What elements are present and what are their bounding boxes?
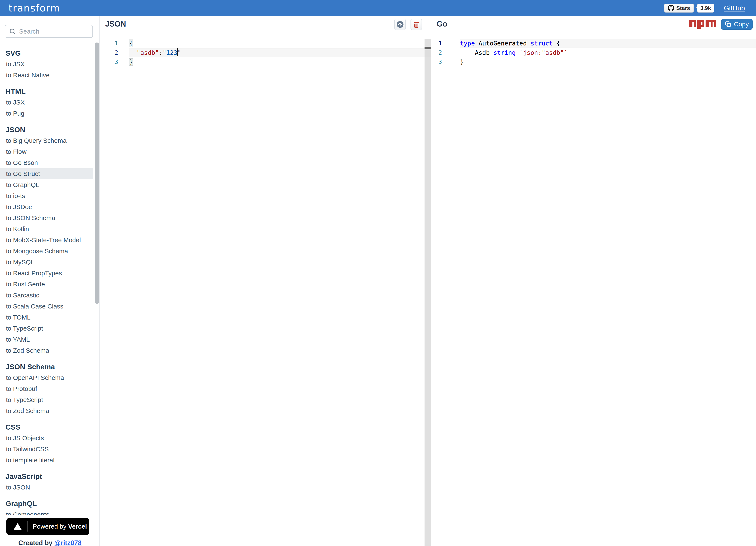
github-octocat-icon: [668, 5, 674, 11]
code-token: struct: [531, 40, 553, 47]
sidebar-item[interactable]: to Protobuf: [0, 383, 93, 394]
sidebar-item[interactable]: to React Native: [0, 70, 93, 81]
code-line: Asdb string `json:"asdb"`: [460, 48, 568, 57]
code-token: "123: [163, 49, 177, 56]
sidebar-section-title: HTML: [0, 86, 100, 97]
go-panel-header: Go Copy: [431, 16, 756, 32]
sidebar-item[interactable]: to JSX: [0, 59, 93, 70]
json-panel-header: JSON: [100, 16, 431, 32]
github-stars-button[interactable]: Stars: [664, 4, 694, 13]
sidebar-item[interactable]: to TailwindCSS: [0, 444, 93, 455]
sidebar-item[interactable]: to TOML: [0, 312, 93, 323]
sidebar-item[interactable]: to OpenAPI Schema: [0, 372, 93, 383]
line-number: 1: [431, 39, 442, 48]
json-input-panel: JSON 123 { "asdb":"123"}: [100, 16, 431, 546]
copy-icon: [725, 21, 731, 27]
code-token: [516, 49, 519, 56]
powered-by-label: Powered by Vercel: [33, 523, 87, 530]
line-number: 2: [100, 48, 118, 57]
search-input[interactable]: [19, 28, 87, 35]
npm-logo-icon[interactable]: [689, 20, 716, 29]
sidebar-item[interactable]: to Kotlin: [0, 223, 93, 235]
sidebar-section: GraphQLto Components: [0, 493, 100, 515]
code-token: `json:"asdb"`: [519, 49, 568, 56]
sidebar-item[interactable]: to template literal: [0, 455, 93, 466]
code-token: :: [159, 49, 163, 56]
sidebar: SVGto JSXto React NativeHTMLto JSXto Pug…: [0, 16, 100, 546]
sidebar-item[interactable]: to Mongoose Schema: [0, 246, 93, 257]
code-line[interactable]: }: [129, 57, 133, 67]
json-panel-title: JSON: [105, 20, 126, 28]
trash-icon: [413, 21, 420, 28]
sidebar-item[interactable]: to Zod Schema: [0, 345, 93, 356]
sidebar-section-title: JSON: [0, 124, 100, 135]
sidebar-item[interactable]: to JSDoc: [0, 201, 93, 212]
sidebar-section: JavaScriptto JSON: [0, 466, 100, 493]
sidebar-item[interactable]: to JSON: [0, 482, 93, 493]
upload-button[interactable]: [394, 19, 406, 30]
copy-button[interactable]: Copy: [721, 19, 753, 30]
line-number: 2: [431, 48, 442, 57]
sidebar-item[interactable]: to Zod Schema: [0, 405, 93, 416]
github-stars-label: Stars: [676, 5, 690, 11]
author-link[interactable]: @ritz078: [54, 539, 81, 546]
sidebar-section-title: JSON Schema: [0, 361, 100, 372]
code-token: }: [460, 58, 464, 66]
editor-scrollbar[interactable]: [425, 39, 431, 546]
sidebar-item[interactable]: to MySQL: [0, 257, 93, 268]
copy-button-label: Copy: [734, 21, 749, 28]
sidebar-item[interactable]: to Go Struct: [0, 168, 93, 179]
line-number: 3: [100, 57, 118, 67]
created-by-label: Created by: [18, 539, 52, 546]
code-token: string: [493, 49, 516, 56]
sidebar-item[interactable]: to Pug: [0, 108, 93, 119]
sidebar-item[interactable]: to React PropTypes: [0, 268, 93, 279]
go-editor: 123 type AutoGenerated struct { Asdb str…: [431, 33, 756, 546]
go-output-panel: Go Copy 123 type AutoGenerated struct { …: [431, 16, 756, 546]
indent-guide: [460, 48, 460, 57]
sidebar-item[interactable]: to MobX-State-Tree Model: [0, 235, 93, 246]
code-token: [129, 49, 137, 56]
github-link[interactable]: GitHub: [724, 4, 745, 12]
sidebar-item[interactable]: to TypeScript: [0, 323, 93, 334]
app-logo: transform: [8, 2, 60, 14]
clear-button[interactable]: [411, 19, 422, 30]
line-number: 3: [431, 57, 442, 67]
search-box[interactable]: [5, 25, 93, 38]
sidebar-item[interactable]: to JSX: [0, 97, 93, 108]
stars-count-value: 3.9k: [700, 5, 711, 11]
sidebar-section-title: CSS: [0, 422, 100, 433]
go-panel-title: Go: [437, 20, 447, 28]
code-token: Asdb: [475, 49, 493, 56]
sidebar-section-title: SVG: [0, 48, 100, 59]
sidebar-section: JSONto Big Query Schemato Flowto Go Bson…: [0, 119, 100, 356]
code-token: {: [553, 40, 560, 47]
created-by-line: Created by @ritz078: [0, 539, 100, 546]
code-line[interactable]: {: [129, 39, 133, 48]
json-editor[interactable]: 123 { "asdb":"123"}: [100, 33, 431, 546]
powered-by-vercel-badge[interactable]: Powered by Vercel: [6, 518, 89, 535]
sidebar-scrollbar-thumb[interactable]: [95, 42, 99, 304]
sidebar-section-title: GraphQL: [0, 498, 100, 509]
code-line: }: [460, 57, 464, 67]
editor-cursor-marker: [425, 47, 431, 49]
sidebar-item[interactable]: to Components: [0, 509, 93, 515]
sidebar-item[interactable]: to Scala Case Class: [0, 301, 93, 312]
sidebar-nav: SVGto JSXto React NativeHTMLto JSXto Pug…: [0, 42, 100, 515]
vercel-wordmark: Vercel: [68, 523, 87, 530]
sidebar-item[interactable]: to io-ts: [0, 190, 93, 201]
sidebar-item[interactable]: to JSON Schema: [0, 212, 93, 223]
sidebar-item[interactable]: to Big Query Schema: [0, 135, 93, 146]
sidebar-item[interactable]: to Sarcastic: [0, 290, 93, 301]
vercel-triangle-icon: [14, 523, 22, 530]
github-stars-count[interactable]: 3.9k: [697, 4, 715, 13]
sidebar-item[interactable]: to Flow: [0, 146, 93, 157]
sidebar-item[interactable]: to Go Bson: [0, 157, 93, 168]
sidebar-item[interactable]: to GraphQL: [0, 179, 93, 190]
sidebar-item[interactable]: to TypeScript: [0, 394, 93, 405]
sidebar-item[interactable]: to YAML: [0, 334, 93, 345]
code-line[interactable]: "asdb":"123": [129, 48, 181, 57]
sidebar-item[interactable]: to JS Objects: [0, 433, 93, 444]
sidebar-section-title: JavaScript: [0, 471, 100, 482]
sidebar-item[interactable]: to Rust Serde: [0, 279, 93, 290]
